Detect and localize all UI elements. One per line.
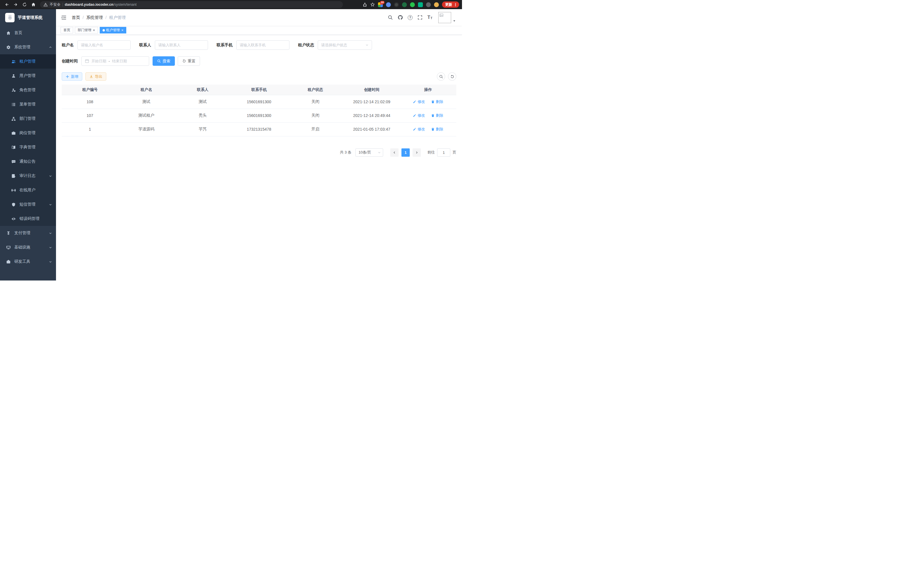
- cell-tenant-name: 测试: [118, 95, 174, 109]
- browser-forward-button[interactable]: [12, 1, 20, 9]
- filter-mobile: 联系手机: [217, 40, 290, 50]
- filter-status: 租户状态 请选择租户状态: [298, 40, 372, 50]
- filter-row-1: 租户名 联系人 联系手机: [62, 40, 456, 50]
- address-bar[interactable]: 不安全 dashboard.yudao.iocoder.cn/system/te…: [40, 1, 343, 8]
- page-size-select[interactable]: 10条/页: [356, 148, 383, 157]
- sidebar-item-roles[interactable]: 角色管理: [0, 83, 56, 97]
- green-doc-extension-icon[interactable]: [418, 2, 423, 7]
- share-icon[interactable]: [363, 2, 367, 7]
- blue-extension-icon[interactable]: [386, 2, 391, 7]
- reset-button[interactable]: 重置: [178, 56, 200, 66]
- goto-page-input[interactable]: [437, 148, 450, 157]
- cell-created: 2021-12-14 21:02:09: [344, 95, 400, 109]
- close-icon[interactable]: [93, 28, 95, 32]
- breadcrumb: 首页 系统管理 租户管理: [72, 15, 126, 20]
- sidebar-item-dictionary[interactable]: 字典管理: [0, 140, 56, 154]
- grid-extension-icon[interactable]: 10: [378, 2, 383, 7]
- sidebar-item-departments[interactable]: 部门管理: [0, 111, 56, 126]
- search-button[interactable]: 搜索: [153, 56, 175, 66]
- font-size-icon[interactable]: [428, 15, 432, 20]
- delete-link[interactable]: 删除: [431, 113, 443, 118]
- browser-reload-button[interactable]: [21, 1, 28, 9]
- cell-tenant-id: 108: [62, 95, 118, 109]
- dark-ring-extension-icon[interactable]: [394, 2, 399, 7]
- contact-input[interactable]: [158, 43, 205, 47]
- browser-home-button[interactable]: [29, 1, 37, 9]
- reset-button-label: 重置: [188, 59, 195, 64]
- dark-pin-extension-icon[interactable]: [426, 2, 431, 7]
- toggle-search-button[interactable]: [437, 72, 445, 81]
- export-button[interactable]: 导出: [86, 72, 106, 81]
- sidebar-item-users[interactable]: 用户管理: [0, 69, 56, 83]
- sidebar-item-home[interactable]: 首页: [0, 26, 56, 40]
- next-page-button[interactable]: [412, 148, 421, 157]
- cell-created: 2021-12-14 20:49:44: [344, 109, 400, 122]
- mobile-input[interactable]: [240, 43, 286, 47]
- page-number-button[interactable]: 1: [401, 148, 410, 157]
- security-label[interactable]: 不安全: [50, 2, 61, 7]
- sidebar-item-system[interactable]: 系统管理: [0, 40, 56, 54]
- sidebar-item-infrastructure[interactable]: 基础设施: [0, 240, 56, 254]
- tenant-name-input-wrap: [77, 40, 130, 50]
- edit-link[interactable]: 修改: [413, 127, 425, 132]
- sidebar-item-label: 审计日志: [20, 173, 35, 178]
- sidebar-item-label: 研发工具: [14, 259, 30, 264]
- sidebar-item-label: 菜单管理: [20, 102, 35, 107]
- bookmark-star-icon[interactable]: [370, 2, 375, 7]
- cell-created: 2021-01-05 17:03:47: [344, 122, 400, 136]
- sidebar-item-payment[interactable]: 支付管理: [0, 226, 56, 240]
- prev-page-button[interactable]: [390, 148, 399, 157]
- tag-tenant[interactable]: 租户管理: [100, 27, 127, 33]
- kebab-menu-icon[interactable]: [454, 3, 458, 7]
- green-check-extension-icon[interactable]: [410, 2, 415, 7]
- sidebar-item-menus[interactable]: 菜单管理: [0, 97, 56, 111]
- help-icon[interactable]: [408, 15, 412, 20]
- delete-link[interactable]: 删除: [431, 127, 443, 132]
- app-logo[interactable]: 芋道管理系统: [0, 9, 56, 26]
- tenant-name-input[interactable]: [81, 43, 127, 47]
- edit-link[interactable]: 修改: [413, 99, 425, 104]
- edit-label: 修改: [417, 99, 425, 104]
- browser-back-button[interactable]: [3, 1, 10, 9]
- green-circle-extension-icon[interactable]: [402, 2, 407, 7]
- sidebar-item-audit-log[interactable]: 审计日志: [0, 169, 56, 183]
- user-menu[interactable]: [438, 12, 456, 23]
- refresh-table-button[interactable]: [448, 72, 456, 81]
- filter-create-time: 创建时间 开始日期 - 结束日期: [62, 56, 149, 66]
- sidebar-item-error-codes[interactable]: 错误码管理: [0, 212, 56, 226]
- browser-update-button[interactable]: 更新: [442, 2, 459, 8]
- field-label: 联系人: [139, 43, 151, 48]
- breadcrumb-separator: [82, 15, 84, 20]
- role-icon: [11, 88, 16, 92]
- sidebar-item-sms[interactable]: 短信管理: [0, 197, 56, 212]
- search-icon[interactable]: [388, 15, 393, 20]
- github-icon[interactable]: [398, 15, 403, 20]
- delete-label: 删除: [436, 99, 443, 104]
- sidebar-item-notices[interactable]: 通知公告: [0, 154, 56, 169]
- sidebar-item-tenant[interactable]: 租户管理: [0, 54, 56, 69]
- sidebar-item-posts[interactable]: 岗位管理: [0, 126, 56, 140]
- breadcrumb-home[interactable]: 首页: [72, 15, 80, 20]
- profile-avatar-icon[interactable]: [434, 2, 439, 7]
- app-title: 芋道管理系统: [18, 15, 43, 20]
- breadcrumb-separator: [105, 15, 106, 20]
- sidebar-item-online-users[interactable]: 在线用户: [0, 183, 56, 197]
- search-icon: [157, 59, 161, 63]
- sidebar-toggle-button[interactable]: [61, 15, 67, 20]
- add-button[interactable]: 新增: [62, 72, 82, 81]
- tag-home[interactable]: 首页: [61, 27, 73, 33]
- fullscreen-icon[interactable]: [417, 15, 423, 20]
- user-icon: [11, 74, 16, 78]
- breadcrumb-system[interactable]: 系统管理: [86, 15, 103, 20]
- delete-link[interactable]: 删除: [431, 99, 443, 104]
- sidebar-item-dev-tools[interactable]: 研发工具: [0, 254, 56, 269]
- tag-label: 租户管理: [106, 28, 120, 33]
- close-icon[interactable]: [122, 28, 124, 32]
- edit-link[interactable]: 修改: [413, 113, 425, 118]
- browser-actions: 10 更新: [363, 2, 459, 8]
- date-range-picker[interactable]: 开始日期 - 结束日期: [81, 56, 149, 66]
- avatar[interactable]: [438, 12, 451, 23]
- tag-department[interactable]: 部门管理: [75, 27, 98, 33]
- chevron-down-icon: [49, 174, 52, 177]
- status-select[interactable]: 请选择租户状态: [318, 40, 372, 50]
